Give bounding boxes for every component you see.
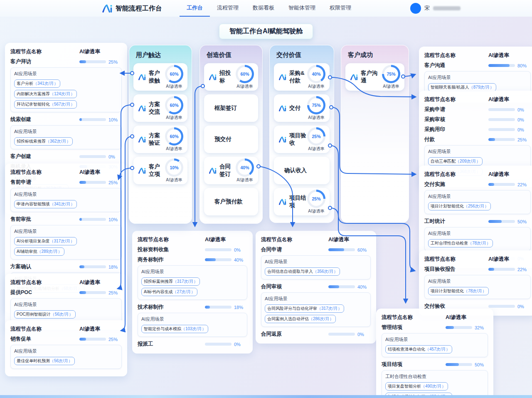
stage-node-card[interactable]: 客户预付款 — [204, 188, 258, 215]
scene-box-title: AI应用场景 — [265, 296, 367, 302]
stage-node-card[interactable]: 方案交流60%AI渗透率 — [133, 94, 187, 122]
nav-item-4[interactable]: 智能体管理 — [281, 0, 323, 17]
node-column-header: 流程节点名称 — [10, 279, 79, 286]
scene-tag-label: 项目计划智能优化 — [431, 204, 464, 208]
gauge-block: 40%AI渗透率 — [307, 65, 325, 89]
stage-node-card[interactable]: 采购&付款40%AI渗透率 — [274, 63, 330, 91]
scene-tag-count: （457次/月） — [425, 347, 450, 351]
node-column-header: 流程节点名称 — [10, 48, 79, 55]
stage-node-card[interactable]: 项目结项25%AI渗透率 — [274, 188, 330, 215]
penetration-bar-group: 22% — [488, 182, 531, 187]
node-column-header: 流程节点名称 — [10, 326, 79, 333]
scene-box: AI应用场景智能定价与成本模拟（103次/月） — [138, 313, 247, 337]
stage-node-card[interactable]: 招投标60%AI渗透率 — [204, 63, 258, 91]
node-row: 管理结项32% — [382, 324, 488, 331]
penetration-gauge: 75% — [382, 65, 400, 83]
stage-node-card[interactable]: 客户沟通75%AI渗透率 — [345, 63, 404, 91]
stage-node-card[interactable]: 客户接触60%AI渗透率 — [133, 63, 187, 91]
penetration-bar-track — [79, 218, 106, 221]
scene-box: AI应用场景AI分析项目复杂度（317次/月）AI辅助审批（289次/月） — [10, 225, 122, 260]
gauge-caption: AI渗透率 — [166, 177, 182, 183]
node-row: 技术标制作18% — [138, 304, 247, 311]
stage-node-card[interactable]: 合同签订40%AI渗透率 — [204, 157, 258, 184]
stage-node-card[interactable]: 方案验证60%AI渗透率 — [133, 126, 187, 153]
scene-tag: 工时合理性自动检查（78次/月） — [428, 239, 493, 247]
penetration-bar-track — [488, 220, 515, 223]
node-row: 采购用印0% — [424, 126, 531, 133]
scene-tags: 工时合理性自动检查（78次/月） — [428, 239, 527, 247]
app-logo[interactable]: 智能流程工作台 — [102, 4, 162, 13]
scene-tag-count: （341次/月） — [50, 202, 74, 206]
scene-tag: AI分析项目复杂度（317次/月） — [14, 237, 77, 245]
penetration-bar-fill — [79, 60, 86, 63]
scene-tag-label: 智能聊天客服/机器人 — [431, 85, 469, 89]
node-row: 提供POC25% — [10, 289, 122, 296]
stage-node-name: 方案交流 — [149, 101, 165, 116]
user-menu[interactable]: 宋 — [410, 3, 461, 14]
node-name: 工时统计 — [424, 218, 488, 225]
detail-panel-p4: 流程节点名称AI渗透率销售促单25%AI应用场景最佳促单时机预测（56次/月） — [5, 320, 127, 376]
avatar[interactable] — [410, 3, 421, 14]
gauge-value: 25% — [312, 196, 320, 201]
scene-tag-count: （56次/月） — [51, 312, 73, 316]
ai-node-icon — [209, 74, 217, 81]
gauge-value: 60% — [170, 72, 178, 77]
node-name: 技术标制作 — [138, 304, 205, 311]
stage-node-card[interactable]: 交付75%AI渗透率 — [274, 94, 330, 122]
scene-tags: 申请内容智能预填（341次/月） — [14, 200, 118, 208]
penetration-bar-track — [79, 118, 106, 121]
penetration-bar-fill — [205, 258, 216, 261]
gauge-block: 60%AI渗透率 — [165, 127, 183, 152]
stage-column-title: 创造价值 — [200, 49, 262, 63]
node-name: 客户拜访 — [10, 58, 79, 65]
node-name: 报派工 — [138, 341, 205, 348]
stage-node-card[interactable]: 客户立项10%AI渗透率 — [133, 157, 187, 184]
stage-node-card[interactable]: 项目验收25%AI渗透率 — [274, 126, 330, 153]
node-name: 项目验收报告 — [424, 266, 488, 273]
main-nav: 工作台流程管理数据看板智能体管理权限管理 — [180, 0, 358, 17]
node-row: 项目验收报告22% — [424, 266, 531, 273]
app-header: 智能流程工作台 工作台流程管理数据看板智能体管理权限管理 宋 — [0, 0, 532, 17]
penetration-value: 22% — [517, 182, 528, 187]
scene-tag: 招投标线索推荐（362次/月） — [14, 137, 73, 146]
bottom-accent-bar — [0, 395, 532, 398]
penetration-gauge: 60% — [165, 127, 183, 146]
penetration-value: 18% — [108, 265, 119, 269]
penetration-bar-fill — [79, 291, 86, 294]
stage-node-card[interactable]: 框架签订 — [204, 94, 258, 122]
stage-node-card[interactable]: 预交付 — [204, 126, 258, 153]
node-name: 合同申请 — [261, 246, 328, 253]
gauge-value: 40% — [312, 72, 320, 77]
nav-item-2[interactable]: 流程管理 — [210, 0, 246, 17]
scene-box: AI应用场景招投标线索推荐（362次/月） — [10, 125, 122, 149]
scene-tag: AI辅助审批（289次/月） — [14, 247, 64, 256]
nav-item-5[interactable]: 权限管理 — [323, 0, 358, 17]
gauge-block: 25%AI渗透率 — [307, 190, 325, 214]
gauge-block: 60%AI渗透率 — [236, 65, 254, 89]
node-column-header: 流程节点名称 — [424, 171, 488, 178]
stage-node-name: 客户沟通 — [361, 69, 382, 84]
ai-node-icon — [350, 74, 358, 81]
gauge-caption: AI渗透率 — [308, 208, 324, 214]
nav-item-3[interactable]: 数据看板 — [246, 0, 281, 17]
rate-column-header: AI渗透率 — [79, 279, 122, 286]
detail-panel-r5: 流程节点名称AI渗透率管理结项32%AI应用场景结项检查清单自动化（457次/月… — [376, 309, 493, 398]
penetration-bar-group: 22% — [488, 267, 531, 272]
penetration-gauge: 60% — [236, 65, 254, 83]
panel-header: 流程节点名称AI渗透率 — [424, 52, 531, 59]
stage-node-card[interactable]: 确认收入 — [274, 157, 330, 184]
gauge-block: 40%AI渗透率 — [236, 158, 254, 183]
nav-item-1[interactable]: 工作台 — [180, 0, 210, 17]
penetration-bar-track — [328, 248, 355, 251]
node-row: 合同审核40% — [261, 283, 371, 290]
node-row: 客户沟通80% — [424, 62, 531, 69]
rate-column-header: AI渗透率 — [488, 52, 531, 59]
scene-tag-count: （256次/月） — [464, 204, 488, 208]
stage-node-name: 确认收入 — [284, 167, 307, 174]
gauge-caption: AI渗透率 — [383, 84, 399, 89]
detail-panel-m1: 流程节点名称AI渗透率投标资料收集0%商务标制作40%AI应用场景招投标案例推荐… — [132, 231, 253, 354]
scene-tag-count: （124次/月） — [50, 91, 74, 96]
penetration-bar-group: 0% — [488, 107, 531, 112]
stage-node-name: 客户接触 — [149, 69, 165, 84]
scene-tag-label: 项目计划智能优化 — [431, 289, 464, 293]
